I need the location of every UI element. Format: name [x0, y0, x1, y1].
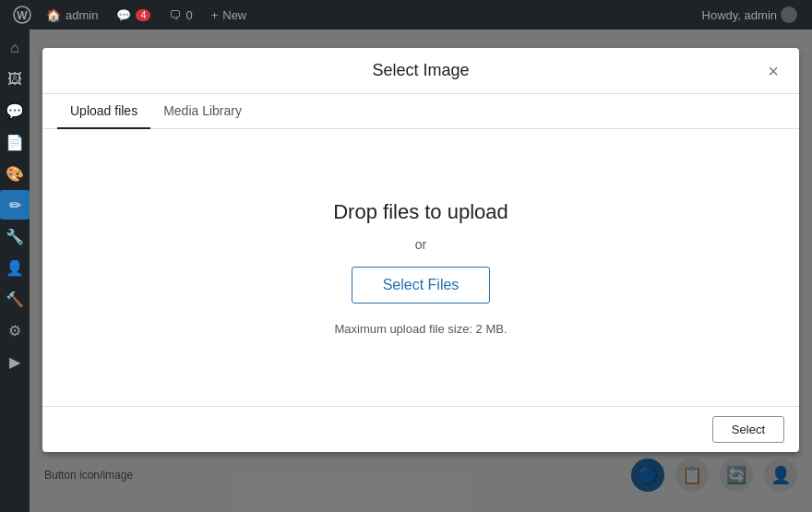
- comments-badge: 4: [136, 9, 150, 21]
- modal-body: Drop files to upload or Select Files Max…: [42, 129, 799, 406]
- admin-bar-messages[interactable]: 🗨 0: [160, 0, 201, 30]
- admin-bar-user[interactable]: Howdy, admin: [702, 6, 805, 23]
- select-files-button[interactable]: Select Files: [352, 267, 490, 304]
- modal-footer: Select: [42, 406, 799, 452]
- sidebar-item-play[interactable]: ▶: [0, 347, 30, 376]
- tab-media-library[interactable]: Media Library: [150, 94, 255, 129]
- admin-bar-comments[interactable]: 💬 4: [107, 0, 160, 30]
- wp-logo-icon[interactable]: W: [7, 0, 37, 30]
- avatar: [781, 6, 797, 23]
- admin-bar-new-label: New: [222, 8, 246, 22]
- sidebar-item-plugins[interactable]: 🔧: [0, 221, 30, 251]
- sidebar-item-dashboard[interactable]: ⌂: [0, 33, 30, 63]
- content-area: Button icon/image 🔵 📋 🔄 👤 Select Image ×…: [30, 30, 812, 512]
- modal-title: Select Image: [372, 61, 469, 80]
- messages-icon: 🗨: [169, 8, 181, 22]
- admin-bar-home[interactable]: 🏠 admin: [37, 0, 107, 30]
- sidebar-item-users[interactable]: 👤: [0, 253, 30, 282]
- admin-bar-new[interactable]: + New: [202, 0, 257, 30]
- drop-zone-title: Drop files to upload: [333, 200, 508, 224]
- sidebar-item-tools[interactable]: 🔨: [0, 284, 30, 314]
- admin-bar-home-label: admin: [66, 8, 98, 22]
- modal-overlay: Select Image × Upload files Media Librar…: [30, 30, 812, 512]
- select-image-modal: Select Image × Upload files Media Librar…: [42, 48, 799, 452]
- sidebar-item-active[interactable]: ✏: [0, 190, 30, 220]
- plus-icon: +: [211, 8, 219, 22]
- sidebar-item-appearance[interactable]: 🎨: [0, 159, 30, 188]
- modal-header: Select Image ×: [42, 48, 799, 94]
- sidebar: ⌂ 🖼 💬 📄 🎨 ✏ 🔧 👤 🔨 ⚙ ▶: [0, 30, 30, 512]
- comments-icon: 💬: [116, 8, 131, 22]
- tab-upload-files[interactable]: Upload files: [57, 94, 150, 129]
- messages-badge: 0: [185, 8, 192, 22]
- svg-text:W: W: [17, 9, 28, 22]
- file-size-note: Maximum upload file size: 2 MB.: [334, 322, 507, 336]
- sidebar-item-comments[interactable]: 💬: [0, 96, 30, 125]
- sidebar-item-media[interactable]: 🖼: [0, 65, 30, 94]
- drop-zone-or: or: [415, 237, 426, 252]
- modal-tabs: Upload files Media Library: [42, 94, 799, 129]
- modal-close-button[interactable]: ×: [762, 60, 784, 82]
- sidebar-item-pages[interactable]: 📄: [0, 127, 30, 157]
- howdy-label: Howdy, admin: [702, 8, 777, 22]
- select-button[interactable]: Select: [712, 416, 784, 443]
- admin-bar: W 🏠 admin 💬 4 🗨 0 + New Howdy, admin: [0, 0, 812, 30]
- home-icon: 🏠: [46, 8, 61, 22]
- sidebar-item-settings[interactable]: ⚙: [0, 316, 30, 345]
- main-layout: ⌂ 🖼 💬 📄 🎨 ✏ 🔧 👤 🔨 ⚙ ▶ Button icon/image …: [0, 30, 812, 512]
